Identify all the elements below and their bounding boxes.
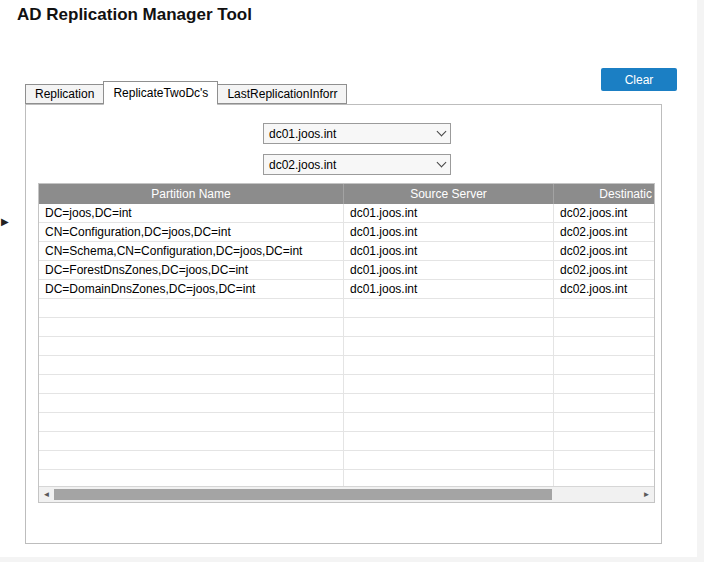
table-row-empty (39, 432, 654, 451)
table-row-empty (39, 318, 654, 337)
cell-source (344, 413, 554, 431)
cell-source: dc01.joos.int (344, 280, 554, 298)
cell-destination (554, 375, 654, 393)
cell-destination (554, 470, 654, 486)
table-row[interactable]: DC=DomainDnsZones,DC=joos,DC=intdc01.joo… (39, 280, 654, 299)
tab-replicate-two-dcs[interactable]: ReplicateTwoDc's (103, 81, 218, 105)
table-row-empty (39, 356, 654, 375)
destination-dc-select[interactable]: dc02.joos.int (263, 154, 451, 175)
cell-destination: dc02.joos.int (554, 242, 654, 260)
cell-source: dc01.joos.int (344, 261, 554, 279)
cell-destination (554, 413, 654, 431)
scroll-right-icon[interactable]: ► (639, 487, 654, 502)
cell-partition (39, 413, 344, 431)
chevron-down-icon[interactable] (432, 124, 450, 143)
table-row-empty (39, 451, 654, 470)
cell-source (344, 337, 554, 355)
cell-partition (39, 299, 344, 317)
cell-partition (39, 432, 344, 450)
cell-destination: dc02.joos.int (554, 223, 654, 241)
cell-source (344, 375, 554, 393)
cell-destination: dc02.joos.int (554, 261, 654, 279)
cell-source: dc01.joos.int (344, 242, 554, 260)
cell-destination (554, 337, 654, 355)
scroll-left-icon[interactable]: ◄ (39, 487, 54, 502)
clear-button[interactable]: Clear (601, 68, 677, 91)
table-row-empty (39, 413, 654, 432)
table-row[interactable]: DC=ForestDnsZones,DC=joos,DC=intdc01.joo… (39, 261, 654, 280)
partitions-grid: Partition Name Source Server Destinatic … (38, 183, 655, 503)
app-window: AD Replication Manager Tool Clear Replic… (0, 0, 697, 557)
cell-source: dc01.joos.int (344, 223, 554, 241)
cell-partition (39, 451, 344, 469)
grid-header-cell-source-server[interactable]: Source Server (344, 184, 554, 204)
cell-partition (39, 337, 344, 355)
page-title: AD Replication Manager Tool (17, 5, 252, 25)
cell-partition: DC=ForestDnsZones,DC=joos,DC=int (39, 261, 344, 279)
cell-destination (554, 432, 654, 450)
source-dc-value: dc01.joos.int (264, 127, 432, 141)
cell-partition (39, 394, 344, 412)
cell-partition: CN=Configuration,DC=joos,DC=int (39, 223, 344, 241)
cell-source (344, 432, 554, 450)
cell-destination (554, 356, 654, 374)
table-row[interactable]: CN=Configuration,DC=joos,DC=intdc01.joos… (39, 223, 654, 242)
cell-source (344, 470, 554, 486)
cell-partition: DC=joos,DC=int (39, 204, 344, 222)
chevron-down-icon[interactable] (432, 155, 450, 174)
scrollbar-thumb[interactable] (54, 489, 552, 500)
grid-header: Partition Name Source Server Destinatic (39, 184, 654, 204)
cell-partition (39, 318, 344, 336)
table-row-empty (39, 337, 654, 356)
cell-partition (39, 375, 344, 393)
source-dc-select[interactable]: dc01.joos.int (263, 123, 451, 144)
cell-source: dc01.joos.int (344, 204, 554, 222)
tab-last-replication-info[interactable]: LastReplicationInforr (217, 84, 347, 104)
table-row-empty (39, 375, 654, 394)
destination-dc-value: dc02.joos.int (264, 158, 432, 172)
cell-destination: dc02.joos.int (554, 204, 654, 222)
cell-destination (554, 299, 654, 317)
table-row[interactable]: CN=Schema,CN=Configuration,DC=joos,DC=in… (39, 242, 654, 261)
tab-strip: Replication ReplicateTwoDc's LastReplica… (25, 81, 346, 104)
cell-destination (554, 394, 654, 412)
grid-header-cell-destination-server[interactable]: Destinatic (554, 184, 654, 204)
cell-source (344, 394, 554, 412)
table-row-empty (39, 470, 654, 486)
cell-partition: DC=DomainDnsZones,DC=joos,DC=int (39, 280, 344, 298)
table-row-empty (39, 299, 654, 318)
grid-header-cell-partition-name[interactable]: Partition Name (39, 184, 344, 204)
collapse-panel-arrow-icon[interactable]: ▶ (1, 216, 9, 227)
cell-destination (554, 451, 654, 469)
cell-destination: dc02.joos.int (554, 280, 654, 298)
grid-body: DC=joos,DC=intdc01.joos.intdc02.joos.int… (39, 204, 654, 486)
cell-source (344, 451, 554, 469)
table-row[interactable]: DC=joos,DC=intdc01.joos.intdc02.joos.int (39, 204, 654, 223)
cell-source (344, 318, 554, 336)
cell-partition: CN=Schema,CN=Configuration,DC=joos,DC=in… (39, 242, 344, 260)
cell-partition (39, 356, 344, 374)
cell-source (344, 299, 554, 317)
cell-source (344, 356, 554, 374)
tab-replication[interactable]: Replication (25, 84, 104, 104)
table-row-empty (39, 394, 654, 413)
cell-partition (39, 470, 344, 486)
cell-destination (554, 318, 654, 336)
horizontal-scrollbar[interactable]: ◄ ► (39, 486, 654, 502)
